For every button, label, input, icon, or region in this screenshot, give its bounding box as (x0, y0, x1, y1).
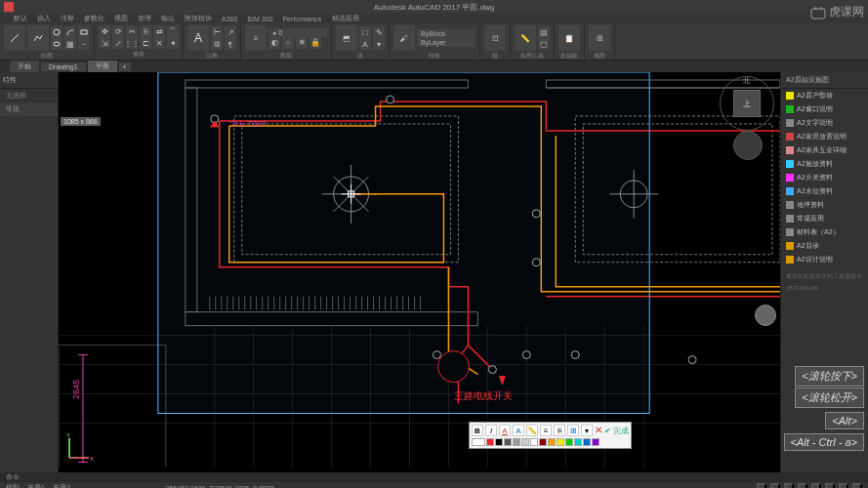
menu-10[interactable]: Performance (282, 16, 321, 22)
table-button[interactable]: ⊞ (211, 38, 223, 50)
stretch-button[interactable]: ⇲ (99, 37, 110, 49)
paste-button[interactable]: 📋 (558, 25, 580, 51)
menu-4[interactable]: 视图 (114, 14, 128, 23)
dyn-toggle[interactable] (852, 483, 862, 488)
select-button[interactable]: ▢ (538, 38, 550, 50)
block-more[interactable]: ▾ (373, 38, 385, 50)
offset-button[interactable]: ⊏ (140, 37, 151, 49)
dim-button[interactable]: ⊢ (211, 26, 223, 38)
color-cyan[interactable] (574, 438, 582, 446)
lwt-toggle[interactable] (839, 483, 848, 488)
polar-toggle[interactable] (798, 483, 807, 488)
viewcube[interactable]: 北 上 (720, 76, 774, 131)
color-yellow[interactable] (557, 438, 564, 446)
arc-button[interactable] (64, 26, 76, 38)
layer-item[interactable]: A2家居放置说明 (781, 130, 868, 143)
txt-cancel-button[interactable]: ✕ (595, 425, 602, 436)
mirror-button[interactable]: ⇄ (153, 25, 165, 37)
color-green[interactable] (565, 438, 573, 446)
color-dropdown[interactable]: ByBlock (417, 29, 475, 38)
tab-new[interactable]: + (119, 62, 131, 71)
layer-item[interactable]: A2开关资料 (781, 171, 868, 184)
layer-props-button[interactable]: ≡ (245, 25, 267, 51)
txt-done-button[interactable]: ✔完成 (604, 425, 629, 436)
text-button[interactable]: A (187, 25, 209, 51)
polyline-button[interactable] (27, 25, 49, 51)
array-button[interactable]: ⋮⋮ (126, 37, 138, 49)
scale-button[interactable]: ⤢ (112, 37, 124, 49)
user-avatar[interactable] (755, 305, 776, 326)
tab-layout2[interactable]: 布局2 (53, 483, 70, 488)
viewcube-face[interactable]: 上 (733, 90, 761, 117)
switch-annotation[interactable]: 三路电线开关 (454, 389, 513, 403)
create-block-button[interactable]: □ (359, 26, 371, 38)
color-current[interactable] (472, 438, 485, 446)
layer-item[interactable]: 地坪资料 (781, 198, 868, 212)
color-dgrey[interactable] (504, 438, 512, 446)
txt-layer-button[interactable]: ≡ (540, 425, 552, 436)
menu-11[interactable]: 精选应用 (332, 14, 359, 23)
explode-button[interactable]: ✦ (167, 37, 179, 49)
group-button[interactable]: ⊡ (484, 25, 506, 51)
menu-9[interactable]: BIM 360 (247, 16, 272, 22)
match-props-button[interactable]: 🖌 (393, 25, 415, 51)
layer-item[interactable]: A2家具五金详细 (781, 143, 868, 157)
tab-start[interactable]: 开始 (10, 61, 39, 72)
color-purple[interactable] (592, 438, 599, 446)
color-white[interactable] (530, 438, 538, 446)
calc-button[interactable]: ▤ (538, 26, 550, 38)
spline-button[interactable]: ~ (78, 38, 90, 50)
menu-0[interactable]: 默认 (14, 14, 27, 23)
ellipse-button[interactable] (51, 38, 62, 50)
tab-drawing1[interactable]: Drawing1 (41, 62, 86, 71)
color-blue[interactable] (583, 438, 591, 446)
layer-item[interactable]: 常规应用 (781, 212, 868, 225)
move-button[interactable]: ✥ (99, 25, 110, 37)
ortho-toggle[interactable] (784, 483, 794, 488)
otrack-toggle[interactable] (825, 483, 835, 488)
txt-font-button[interactable]: A (513, 425, 524, 436)
hatch-button[interactable]: ▦ (64, 38, 76, 50)
layer-lock-button[interactable]: 🔒 (310, 37, 321, 49)
tab-current[interactable]: 平面 (88, 61, 117, 72)
nav-wheel[interactable] (733, 131, 763, 160)
color-red[interactable] (486, 438, 494, 446)
layer-item[interactable]: A2施放资料 (781, 157, 868, 171)
txt-underline-button[interactable]: A (499, 425, 511, 436)
txt-copy-button[interactable]: ⎘ (554, 425, 565, 436)
drawing-canvas[interactable]: 1085 x 866 (59, 72, 780, 472)
base-view-button[interactable]: ⊞ (589, 25, 610, 51)
layer-item[interactable]: A2水位资料 (781, 184, 868, 198)
menu-3[interactable]: 参数化 (84, 14, 104, 23)
color-lgrey[interactable] (521, 438, 529, 446)
grid-toggle[interactable] (770, 483, 780, 488)
menu-8[interactable]: A360 (222, 16, 237, 22)
color-grey[interactable] (513, 438, 520, 446)
trim-button[interactable]: ✂ (126, 25, 138, 37)
txt-bold-button[interactable]: B (472, 425, 483, 436)
tab-layout1[interactable]: 布局1 (27, 483, 45, 488)
layer-off-button[interactable]: ○ (282, 37, 294, 49)
layer-iso-button[interactable]: ◐ (269, 37, 280, 49)
layer-freeze-button[interactable]: ❄ (296, 37, 308, 49)
osnap-toggle[interactable] (811, 483, 821, 488)
circle-button[interactable] (51, 26, 62, 38)
tab-model[interactable]: 模型 (6, 483, 20, 488)
mtext-button[interactable]: ¶ (225, 38, 236, 50)
menu-1[interactable]: 插入 (37, 14, 51, 23)
color-dred[interactable] (539, 438, 547, 446)
snap-toggle[interactable] (757, 483, 766, 488)
txt-ruler-button[interactable]: 📏 (526, 425, 538, 436)
layer-item[interactable]: 材料表（A2） (781, 225, 868, 239)
color-orange[interactable] (548, 438, 556, 446)
edit-block-button[interactable]: ✎ (373, 26, 385, 38)
color-black[interactable] (495, 438, 503, 446)
txt-settings-button[interactable]: ⊞ (567, 425, 579, 436)
menu-7[interactable]: 附加模块 (185, 14, 212, 23)
txt-italic-button[interactable]: I (485, 425, 497, 436)
attr-button[interactable]: A (359, 38, 371, 50)
layer-item[interactable]: A2设计说明 (781, 253, 868, 266)
rotate-button[interactable]: ⟳ (112, 25, 124, 37)
layer-item[interactable]: A2文字说明 (781, 116, 868, 130)
layer-dropdown[interactable]: ● 0 (269, 28, 327, 37)
